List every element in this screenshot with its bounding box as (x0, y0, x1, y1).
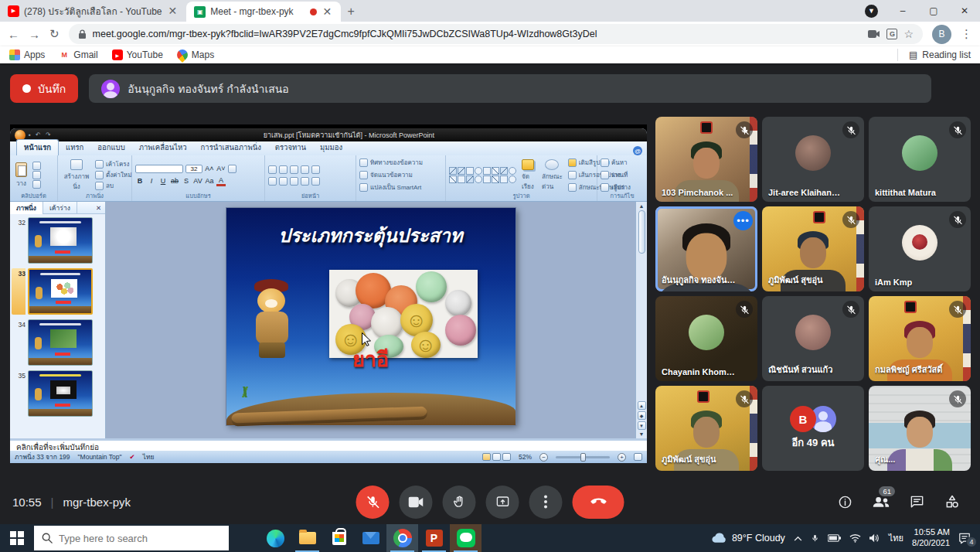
maximize-button[interactable]: ▢ (918, 5, 949, 16)
slide-scrollbar[interactable]: ▲ ▲ ◆ ▼ ▼ (635, 202, 647, 438)
notification-center-icon[interactable]: 4 (958, 533, 974, 544)
outline-tab[interactable]: เค้าร่าง (43, 202, 77, 214)
participant-tile[interactable]: iAm Kmp (869, 206, 971, 291)
taskbar-mail[interactable] (355, 524, 386, 552)
replace-button[interactable]: แทนที่ (601, 170, 628, 180)
ribbon-tab-animations[interactable]: ภาพเคลื่อนไหว (132, 140, 194, 155)
shadow-button[interactable]: S (182, 177, 191, 185)
increase-indent-icon[interactable] (301, 165, 309, 174)
new-tab-button[interactable]: + (341, 2, 361, 22)
bookmark-gmail[interactable]: MGmail (59, 49, 97, 60)
bookmark-youtube[interactable]: ▶YouTube (112, 49, 163, 60)
tray-chevron-icon[interactable] (794, 536, 802, 541)
tray-clock[interactable]: 10:55 AM 8/20/2021 (912, 527, 950, 549)
fit-to-window-icon[interactable] (634, 453, 642, 461)
more-options-button[interactable] (529, 486, 563, 519)
leave-call-button[interactable] (573, 486, 624, 519)
shapes-gallery[interactable] (449, 158, 516, 193)
close-tab-icon[interactable]: ✕ (322, 5, 334, 18)
participant-tile[interactable]: ภูมิพัฒน์ สุขอุ่น (655, 386, 757, 471)
strikethrough-button[interactable]: ab (170, 177, 179, 185)
numbering-icon[interactable] (279, 165, 288, 174)
bullets-icon[interactable] (268, 165, 277, 174)
taskbar-explorer[interactable] (291, 524, 323, 552)
close-panel-icon[interactable]: ✕ (92, 204, 105, 212)
ribbon-tab-review[interactable]: ตรวจทาน (268, 140, 313, 155)
tray-mic-icon[interactable] (811, 533, 819, 543)
slide-thumbnail-35[interactable]: 35 (12, 370, 104, 417)
find-button[interactable]: ค้นหา (601, 158, 628, 168)
change-case-icon[interactable]: Aa (205, 177, 214, 185)
spellcheck-icon[interactable]: ✔ (129, 453, 134, 461)
char-spacing-icon[interactable]: AV (193, 177, 202, 185)
weather-widget[interactable]: 89°F Cloudy (711, 533, 785, 543)
zoom-in-button[interactable]: + (618, 453, 626, 462)
view-buttons[interactable] (482, 453, 511, 461)
bold-button[interactable]: B (135, 177, 145, 185)
decrease-indent-icon[interactable] (290, 165, 298, 174)
quick-styles-button[interactable]: ลักษณะด่วน (539, 158, 565, 193)
columns-icon[interactable] (311, 177, 320, 186)
tray-volume-icon[interactable] (869, 533, 880, 543)
bookmark-maps[interactable]: Maps (177, 49, 214, 60)
download-status-icon[interactable]: ▼ (865, 5, 878, 18)
tab-youtube[interactable]: ▶ (278) ประวัติลูกเสือโลก - YouTube ✕ (0, 0, 186, 22)
taskbar-line[interactable] (450, 524, 481, 552)
font-size-select[interactable]: 32 (185, 165, 202, 173)
participant-tile[interactable]: ภูมิพัฒน์ สุขอุ่น (762, 206, 864, 291)
align-left-icon[interactable] (268, 177, 277, 186)
omnibox[interactable]: meet.google.com/mgr-tbex-pyk?fbclid=IwAR… (69, 24, 923, 44)
language-indicator[interactable]: ไทย (143, 451, 155, 462)
minimize-button[interactable]: – (887, 5, 918, 16)
activities-icon[interactable] (944, 494, 960, 509)
clear-formatting-icon[interactable] (228, 165, 236, 173)
zoom-out-button[interactable]: − (539, 453, 548, 462)
meeting-details-icon[interactable] (838, 495, 852, 509)
reset-button[interactable]: ตั้งค่าใหม่ (95, 170, 131, 180)
line-spacing-icon[interactable] (311, 165, 320, 174)
present-button[interactable] (486, 486, 519, 519)
slide-nav-icon[interactable]: ◆ (638, 411, 646, 420)
tile-options-icon[interactable]: ••• (733, 211, 753, 230)
text-direction-button[interactable]: ทิศทางของข้อความ (359, 158, 423, 168)
chat-panel-icon[interactable] (910, 495, 924, 509)
taskbar-edge[interactable] (260, 524, 291, 552)
font-name-select[interactable] (135, 165, 183, 173)
reading-list-button[interactable]: ▤Reading list (897, 49, 971, 61)
align-text-button[interactable]: จัดแนวข้อความ (359, 170, 423, 180)
search-input[interactable] (59, 533, 206, 544)
next-slide-button[interactable]: ▼ (638, 421, 646, 430)
quick-access-toolbar[interactable]: ▪ ↶ ↷ (29, 131, 53, 138)
forward-icon[interactable]: → (29, 28, 40, 41)
tray-battery-icon[interactable] (828, 534, 841, 542)
participant-tile[interactable]: 103 Pimchanok ... (655, 117, 757, 202)
font-color-button[interactable]: A (216, 176, 226, 186)
ribbon-tab-home[interactable]: หน้าแรก (16, 139, 59, 155)
overflow-tile[interactable]: B อีก 49 คน (762, 386, 864, 471)
align-right-icon[interactable] (290, 177, 298, 186)
current-slide[interactable]: ประเภทกระตุ้นประสาท ☺ (226, 208, 516, 425)
smartart-button[interactable]: แปลงเป็น SmartArt (359, 182, 423, 193)
justify-icon[interactable] (301, 177, 309, 186)
taskbar-powerpoint[interactable]: P (418, 524, 450, 552)
participant-tile[interactable]: ณิชนันท์ สวนแก้ว (762, 296, 864, 381)
align-center-icon[interactable] (279, 177, 288, 186)
participants-panel-icon[interactable]: 61 (873, 495, 890, 509)
new-slide-button[interactable]: สร้างภาพนิ่ง (61, 158, 92, 193)
slides-tab[interactable]: ภาพนิ่ง (10, 202, 43, 214)
scroll-down-icon[interactable]: ▼ (639, 431, 645, 437)
slide-thumbnail-32[interactable]: 32 (12, 217, 104, 264)
shrink-font-icon[interactable]: A˅ (216, 165, 226, 172)
tray-wifi-icon[interactable] (849, 533, 861, 543)
close-window-button[interactable]: ✕ (949, 5, 980, 16)
back-icon[interactable]: ← (8, 28, 19, 41)
ribbon-tab-design[interactable]: ออกแบบ (90, 140, 131, 155)
delete-slide-button[interactable]: ลบ (95, 181, 131, 191)
recording-badge[interactable]: บันทึก (10, 74, 78, 103)
taskbar-store[interactable] (323, 524, 355, 552)
ribbon-tab-view[interactable]: มุมมอง (313, 140, 349, 155)
profile-avatar[interactable]: B (932, 25, 951, 44)
copy-icon[interactable] (32, 171, 41, 179)
camera-toggle-button[interactable] (400, 486, 433, 519)
slide-thumbnail-33-selected[interactable]: 33 (12, 268, 104, 315)
